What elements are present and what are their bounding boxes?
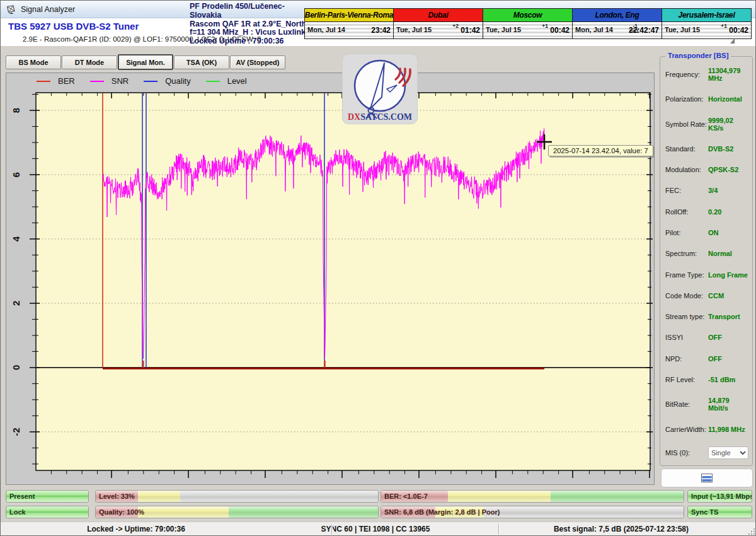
transponder-row: Code Mode:CCM — [665, 292, 748, 300]
clock-time-panel: Tue, Jul 15+100:42 — [662, 22, 751, 38]
clock-time: 00:42 — [550, 26, 570, 35]
site-line-1: PF Prodelin 450/Lučenec-Slovakia — [190, 3, 312, 20]
transponder-label: FEC: — [665, 187, 708, 194]
transponder-value: 9999,02 KS/s — [708, 117, 748, 132]
tab-tsa-ok-[interactable]: TSA (OK) — [174, 55, 229, 69]
clock-time-panel: Tue, Jul 15+100:42 — [483, 22, 572, 38]
legend-swatch — [90, 81, 104, 82]
transponder-label: Frequency: — [665, 71, 708, 78]
level-label: Level: 33% — [99, 492, 135, 500]
transponder-value: OFF — [708, 355, 722, 363]
clock-utc-offset: +1 — [721, 23, 727, 29]
y-tick-label: 8 — [11, 108, 22, 113]
mis-select[interactable]: Single — [708, 446, 748, 459]
tab-av-stopped-[interactable]: AV (Stopped) — [230, 55, 285, 69]
clock-city-label: Dubai — [394, 9, 483, 22]
clock-jerusalem-israel: Jerusalem-IsraelTue, Jul 15+100:42 — [662, 8, 752, 39]
status-uptime: Locked -> Uptime: 79:00:36 — [87, 525, 185, 533]
transponder-label: Frame Type: — [665, 271, 708, 279]
ts-details-button[interactable] — [661, 469, 753, 487]
site-line-4: Locked Uptime : 79:00:36 — [190, 37, 312, 46]
legend-swatch — [37, 81, 50, 82]
transponder-label: Pilot: — [665, 229, 708, 236]
clock-date: Mon, Jul 14 — [575, 26, 613, 33]
tab-bs-mode[interactable]: BS Mode — [6, 55, 61, 69]
legend-item-level: Level — [206, 76, 247, 86]
clock-city-label: London, Eng — [573, 9, 662, 22]
level-meter: Level: 33% — [95, 490, 379, 503]
transponder-label: RollOff: — [665, 208, 708, 216]
clock-moscow: MoscowTue, Jul 15+100:42 — [483, 8, 573, 39]
transponder-label: RF Level: — [665, 376, 708, 383]
svg-text:DXSATCS.COM: DXSATCS.COM — [348, 112, 412, 122]
transponder-value: 3/4 — [708, 187, 718, 194]
transponder-row: Spectrum:Normal — [665, 250, 748, 257]
transponder-row: Stream type:Transport — [665, 313, 748, 320]
clock-date: Tue, Jul 15 — [396, 26, 432, 33]
clock-dubai: DubaiTue, Jul 15+201:42 — [394, 8, 483, 39]
sync-ts-label: Sync TS — [691, 508, 718, 516]
present-label: Present — [9, 492, 35, 500]
clock-city-label: Berlin-Paris-Vienna-Roma — [305, 9, 393, 22]
transponder-row: Pilot:ON — [665, 229, 748, 236]
legend-label: BER — [58, 76, 75, 86]
transponder-label: CarrierWidth: — [665, 426, 708, 433]
status-separator — [331, 524, 332, 535]
resize-grip[interactable] — [747, 527, 755, 535]
clock-utc-offset: +2 — [452, 23, 459, 29]
tab-signal-mon-[interactable]: Signal Mon. — [118, 54, 173, 70]
transponder-row: NPD:OFF — [665, 355, 748, 363]
transponder-label: Modulation: — [665, 166, 708, 173]
clock-city-label: Moscow — [483, 9, 572, 22]
signal-chart[interactable]: -202468 — [6, 73, 655, 486]
lock-label: Lock — [9, 508, 26, 516]
clock-date: Mon, Jul 14 — [307, 26, 345, 33]
transponder-panel: Transponder [BS] Frequency:11304,979 MHz… — [660, 56, 753, 466]
clock-time: 23:42 — [371, 26, 391, 35]
world-clocks: Berlin-Paris-Vienna-RomaMon, Jul 1423:42… — [304, 8, 752, 39]
site-line-2: Rascom QAF 1R at 2.9°E_North — [190, 20, 312, 29]
transponder-row: ISSYIOFF — [665, 334, 748, 341]
transponder-label: Stream type: — [665, 313, 708, 320]
transponder-label: Spectrum: — [665, 250, 708, 257]
tab-dt-mode[interactable]: DT Mode — [62, 55, 117, 69]
legend-item-snr: SNR — [90, 76, 129, 86]
legend-label: Quality — [165, 76, 190, 86]
clock-time-panel: Mon, Jul 1423:42 — [305, 22, 393, 38]
snr-label: SNR: 6,8 dB (Margin: 2,8 dB | Poor) — [384, 508, 500, 516]
present-indicator: Present — [6, 490, 89, 503]
y-tick-label: -2 — [11, 428, 22, 436]
legend-item-quality: Quality — [144, 76, 190, 86]
transponder-value: QPSK-S2 — [708, 166, 738, 173]
transponder-panel-title: Transponder [BS] — [665, 52, 731, 59]
lock-indicator: Lock — [6, 506, 89, 518]
transponder-value: 14,879 Mbit/s — [708, 397, 748, 412]
clock-city-label: Jerusalem-Israel — [662, 9, 751, 22]
clock-date: Tue, Jul 15 — [665, 26, 700, 33]
sync-ts-indicator: Sync TS — [687, 506, 752, 518]
transponder-label: Standard: — [665, 145, 708, 153]
status-best-signal: Best signal: 7,5 dB (2025-07-12 23:58) — [554, 525, 689, 533]
clock-time-panel: Tue, Jul 15+201:42 — [394, 22, 483, 38]
transponder-row: RF Level:-51 dBm — [665, 376, 748, 383]
y-tick-label: 0 — [11, 365, 22, 370]
app-dish-icon — [6, 4, 16, 15]
dxsatcs-watermark: DXSATCS.COM — [342, 54, 418, 124]
ber-meter: BER: <1.0E-7 — [381, 490, 684, 503]
mis-label: MIS (0): — [665, 449, 708, 457]
input-label: Input (~13,91 Mbps) — [691, 492, 752, 500]
quality-meter: Quality: 100% — [95, 506, 379, 518]
transponder-value: CCM — [708, 292, 724, 300]
status-bar: Locked -> Uptime: 79:00:36 SYNC 60 | TEI… — [1, 521, 756, 536]
transponder-value: 11304,979 MHz — [708, 67, 748, 82]
transponder-row: Standard:DVB-S2 — [665, 145, 748, 153]
legend-item-ber: BER — [37, 76, 75, 86]
transponder-row: Symbol Rate:9999,02 KS/s — [665, 117, 748, 132]
clock-berlin-paris-vienna-roma: Berlin-Paris-Vienna-RomaMon, Jul 1423:42 — [304, 8, 394, 39]
clock-time: 22:42:47 — [629, 26, 659, 35]
transponder-row: Modulation:QPSK-S2 — [665, 166, 748, 173]
transponder-row: BitRate:14,879 Mbit/s — [665, 397, 748, 412]
window-title: Signal Analyzer — [21, 5, 75, 14]
chart-tooltip: 2025-07-14 23.42.04, value: 7 — [548, 145, 653, 156]
quality-label: Quality: 100% — [99, 508, 144, 516]
